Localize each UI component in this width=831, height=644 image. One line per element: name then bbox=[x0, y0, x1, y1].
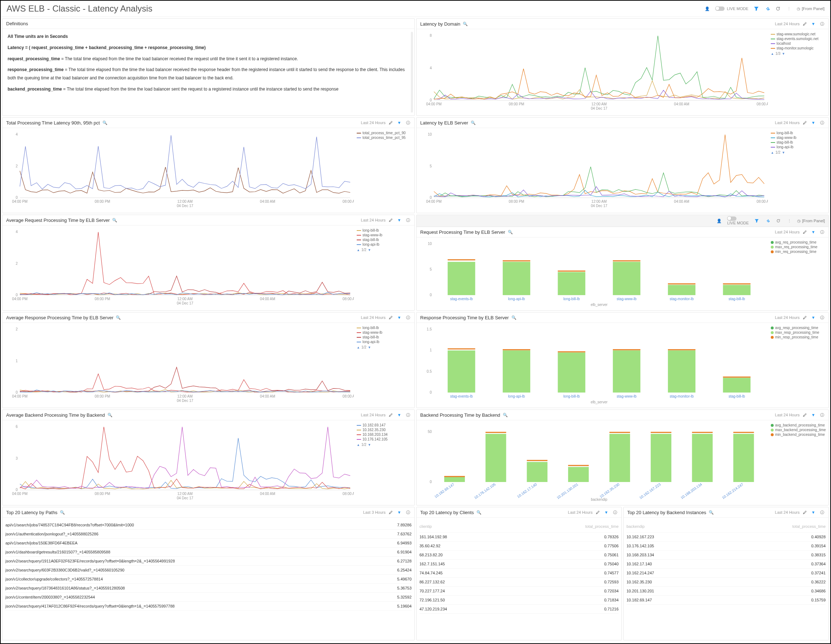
magnify-icon[interactable]: 🔍 bbox=[102, 120, 108, 126]
chart-total-proc[interactable]: 02404:00 PM08:00 PM12:00 AM04 Dec 1704:0… bbox=[5, 131, 354, 210]
time-range[interactable]: Last 24 Hours bbox=[775, 121, 800, 125]
time-range[interactable]: Last 3 Hours bbox=[363, 510, 385, 515]
table-row[interactable]: 10.168.203.1340.38315 bbox=[627, 550, 826, 560]
legend-pager[interactable]: ▲ 1/2 ▼ bbox=[357, 345, 412, 349]
filter-icon[interactable]: ▼ bbox=[810, 509, 816, 515]
legend-item[interactable]: stag-bill-lb bbox=[357, 238, 412, 242]
time-range[interactable]: Last 24 Hours bbox=[361, 413, 385, 417]
magnify-icon[interactable]: 🔍 bbox=[59, 509, 65, 515]
refresh-icon[interactable] bbox=[775, 218, 781, 224]
legend-pager[interactable]: ▲ 1/2 ▼ bbox=[771, 150, 826, 155]
magnify-icon[interactable]: 🔍 bbox=[462, 21, 468, 27]
table-row[interactable]: json/v1/content/item/20003380?_=14055822… bbox=[5, 593, 412, 602]
table-row[interactable]: 86.227.132.620.72593 bbox=[419, 578, 619, 587]
refresh-icon[interactable] bbox=[775, 6, 781, 11]
legend-item[interactable]: stag-monitor.sumologic bbox=[771, 46, 826, 50]
table-row[interactable]: 10.162.214.2470.37241 bbox=[627, 569, 826, 578]
chart-latency-elb[interactable]: 051004:00 PM08:00 PM12:00 AM04 Dec 1704:… bbox=[419, 131, 768, 210]
legend-item[interactable]: avg_req_processing_time bbox=[771, 240, 826, 244]
table-row[interactable]: json/v2/searchquery/603F2B3380C3D6B2/val… bbox=[5, 566, 412, 575]
legend-item[interactable]: long-bill-lb bbox=[357, 228, 412, 232]
chart-latency-domain[interactable]: 04804:00 PM08:00 PM12:00 AM04 Dec 1704:0… bbox=[419, 32, 768, 113]
table-row[interactable]: 161.164.192.980.78326 bbox=[419, 532, 619, 542]
edit-icon[interactable]: 🖉 bbox=[802, 21, 807, 27]
legend-item[interactable]: max_req_processing_time bbox=[771, 245, 826, 249]
legend-item[interactable]: stag-events.sumologic.net bbox=[771, 37, 826, 41]
edit-icon[interactable]: 🖉 bbox=[802, 229, 807, 235]
filter-icon[interactable]: ▼ bbox=[396, 412, 402, 418]
legend-item[interactable]: stag-www-lb bbox=[357, 330, 412, 335]
table-row[interactable]: json/v1/dashboard/getresults/21601507?_=… bbox=[5, 548, 412, 557]
table-row[interactable]: 74.84.74.2450.74577 bbox=[419, 569, 619, 578]
filter-icon[interactable]: ▼ bbox=[810, 315, 816, 320]
info-icon[interactable]: ⓘ bbox=[819, 412, 825, 418]
info-icon[interactable]: ⓘ bbox=[405, 217, 411, 223]
table-row[interactable]: json/v1/collector/upgrade/collectors?_=1… bbox=[5, 575, 412, 584]
table-row[interactable]: api/v1/search/jobs/748537C184C94FB8/reco… bbox=[5, 521, 412, 530]
time-range[interactable]: Last 24 Hours bbox=[568, 510, 592, 515]
table-row[interactable]: json/v2/searchquery/1873648316101A86/sta… bbox=[5, 584, 412, 593]
legend-item[interactable]: localhost bbox=[771, 41, 826, 45]
kebab-menu-icon[interactable]: ⋮ bbox=[786, 6, 792, 11]
table-row[interactable]: 10.162.167.2230.40928 bbox=[627, 532, 826, 542]
time-range[interactable]: Last 24 Hours bbox=[775, 413, 800, 417]
time-range[interactable]: Last 24 Hours bbox=[775, 510, 800, 515]
time-range[interactable]: Last 24 Hours bbox=[775, 230, 800, 234]
chart-back-proc-bars[interactable]: 05010.182.69.14710.176.142.10510.162.17.… bbox=[419, 423, 768, 502]
legend-item[interactable]: avg_resp_processing_time bbox=[771, 326, 826, 330]
table-row[interactable]: 70.227.177.240.72034 bbox=[419, 587, 619, 596]
magnify-icon[interactable]: 🔍 bbox=[470, 120, 476, 126]
info-icon[interactable]: ⓘ bbox=[819, 120, 825, 126]
legend-pager[interactable]: ▲ 1/2 ▼ bbox=[357, 443, 412, 446]
filter-icon[interactable]: ▼ bbox=[396, 509, 402, 515]
filter-icon[interactable]: ▼ bbox=[603, 509, 609, 515]
chart-avg-req[interactable]: 02404:00 PM08:00 PM12:00 AM04 Dec 1704:0… bbox=[5, 228, 354, 308]
legend-item[interactable]: 10.176.142.105 bbox=[357, 437, 412, 441]
legend-item[interactable]: max_backend_processing_time bbox=[771, 428, 826, 432]
magnify-icon[interactable]: 🔍 bbox=[511, 315, 517, 320]
from-panel-source[interactable]: ◷[From Panel] bbox=[797, 218, 825, 223]
magnify-icon[interactable]: 🔍 bbox=[502, 412, 508, 418]
magnify-icon[interactable]: 🔍 bbox=[508, 229, 513, 235]
table-row[interactable]: 10.182.69.1470.15759 bbox=[627, 596, 826, 605]
table-row[interactable]: 35.60.42.920.77506 bbox=[419, 542, 619, 550]
magnify-icon[interactable]: 🔍 bbox=[115, 315, 121, 320]
filter-icon[interactable] bbox=[754, 218, 759, 224]
legend-item[interactable]: stag-bill-lb bbox=[771, 140, 826, 144]
edit-icon[interactable]: 🖉 bbox=[388, 509, 393, 515]
time-range[interactable]: Last 24 Hours bbox=[361, 315, 385, 320]
magnify-icon[interactable]: 🔍 bbox=[112, 217, 118, 223]
table-row[interactable]: 68.213.82.200.75061 bbox=[419, 550, 619, 560]
legend-item[interactable]: min_backend_processing_time bbox=[771, 433, 826, 437]
edit-icon[interactable]: 🖉 bbox=[388, 217, 393, 223]
share-icon[interactable] bbox=[764, 6, 770, 11]
info-icon[interactable]: ⓘ bbox=[405, 120, 411, 126]
table-row[interactable]: 10.162.17.1400.37364 bbox=[627, 560, 826, 569]
time-range[interactable]: Last 24 Hours bbox=[775, 315, 800, 320]
filter-icon[interactable]: ▼ bbox=[810, 21, 816, 27]
legend-item[interactable]: min_resp_processing_time bbox=[771, 335, 826, 339]
info-icon[interactable]: ⓘ bbox=[819, 315, 825, 320]
magnify-icon[interactable]: 🔍 bbox=[708, 509, 714, 515]
legend-item[interactable]: stag-www-lb bbox=[357, 233, 412, 237]
info-icon[interactable]: ⓘ bbox=[405, 412, 411, 418]
edit-icon[interactable]: 🖉 bbox=[802, 412, 807, 418]
legend-item[interactable]: 10.182.69.147 bbox=[357, 423, 412, 427]
filter-icon[interactable]: ▼ bbox=[396, 120, 402, 126]
from-panel-source[interactable]: ◷[From Panel] bbox=[797, 6, 825, 11]
legend-item[interactable]: stag-bill-lb bbox=[357, 335, 412, 339]
table-row[interactable]: 47.120.219.2340.71216 bbox=[419, 605, 619, 614]
legend-item[interactable]: long-api-lb bbox=[357, 242, 412, 246]
legend-item[interactable]: min_req_processing_time bbox=[771, 250, 826, 253]
user-icon[interactable]: 👤 bbox=[716, 218, 722, 224]
info-icon[interactable]: ⓘ bbox=[819, 229, 825, 235]
legend-pager[interactable]: ▲ 1/2 ▼ bbox=[357, 248, 412, 252]
edit-icon[interactable]: 🖉 bbox=[802, 509, 807, 515]
filter-icon[interactable]: ▼ bbox=[810, 120, 816, 126]
table-row[interactable]: json/v1/authentication/jsonlogout?_=1405… bbox=[5, 530, 412, 539]
filter-icon[interactable]: ▼ bbox=[810, 229, 816, 235]
legend-item[interactable]: total_process_time_pct_90 bbox=[357, 131, 412, 135]
filter-icon[interactable]: ▼ bbox=[396, 217, 402, 223]
time-range[interactable]: Last 24 Hours bbox=[775, 22, 800, 26]
live-mode-toggle[interactable]: LIVE MODE bbox=[727, 217, 749, 225]
